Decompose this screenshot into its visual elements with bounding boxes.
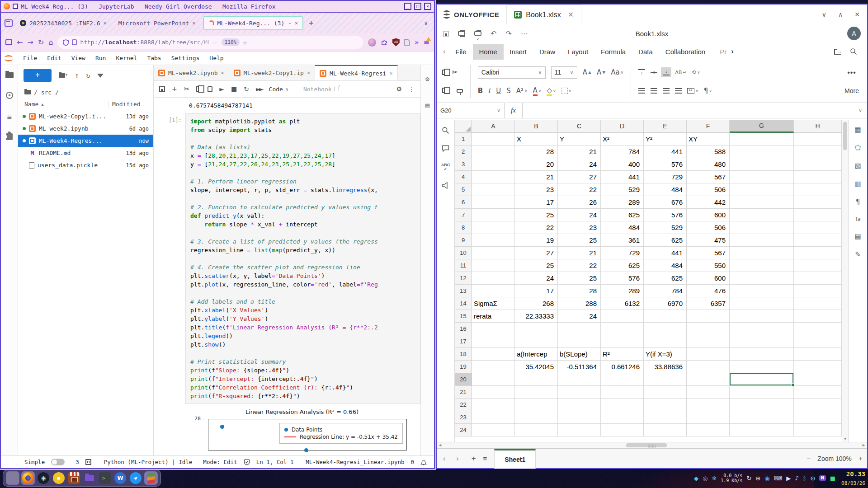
cell-H21[interactable] — [794, 386, 842, 399]
cell-D22[interactable] — [601, 399, 644, 411]
cell-H11[interactable] — [794, 259, 842, 272]
list-all-tabs-icon[interactable]: ∨ — [424, 20, 430, 27]
tray-circle-indicator[interactable]: ◎ — [703, 475, 708, 481]
cell-E18[interactable]: Y(if X=3) — [644, 348, 687, 361]
cell-C12[interactable]: 25 — [558, 272, 601, 285]
tab-close-icon[interactable]: ✕ — [192, 20, 195, 26]
increase-font-icon[interactable]: A▲ — [583, 68, 591, 76]
column-modified[interactable]: Modified — [108, 101, 147, 108]
align-bottom-icon[interactable] — [663, 69, 670, 75]
cut-icon[interactable]: ✂ — [452, 68, 458, 76]
upload-icon[interactable]: ↑ — [75, 71, 79, 80]
dock-files[interactable] — [83, 471, 96, 485]
prev-sheet-icon[interactable]: ‹ — [441, 455, 447, 463]
cell-C9[interactable]: 25 — [558, 234, 601, 247]
dock-terminal[interactable] — [98, 471, 112, 485]
cell-F9[interactable]: 475 — [687, 234, 730, 247]
cell-name-box[interactable]: G20 ∨ — [437, 103, 505, 118]
cell-H15[interactable] — [794, 310, 842, 323]
column-header-B[interactable]: B — [515, 120, 558, 133]
running-kernels-icon[interactable] — [6, 92, 13, 101]
paste-icon[interactable]: ∨ — [442, 87, 451, 95]
row-header-20[interactable]: 20 — [455, 373, 472, 386]
cell-F19[interactable] — [687, 361, 730, 373]
external-link-icon[interactable] — [335, 87, 339, 91]
zoom-out-icon[interactable]: − — [807, 455, 810, 462]
row-header-5[interactable]: 5 — [455, 183, 472, 196]
cut-cell-icon[interactable]: ✂ — [184, 85, 190, 93]
hscroll-thumb[interactable] — [626, 443, 667, 447]
page-info-icon[interactable] — [72, 39, 77, 45]
cell-G12[interactable] — [730, 272, 794, 285]
cell-G18[interactable] — [730, 348, 794, 361]
tray-keyboard[interactable]: ⌨ — [774, 475, 783, 481]
fill-color-icon[interactable]: ◇∨ — [547, 86, 556, 95]
cell-B12[interactable]: 24 — [515, 272, 558, 285]
cell-G20[interactable] — [730, 373, 794, 386]
new-folder-icon[interactable]: + — [59, 71, 67, 80]
table-settings-icon[interactable]: ▤ — [854, 232, 861, 240]
cell-B16[interactable] — [515, 323, 558, 335]
cell-F21[interactable] — [687, 386, 730, 399]
file-row-ml-week4-regres-[interactable]: ML-Week4-Regres...now — [18, 135, 153, 147]
cell-H1[interactable] — [794, 133, 842, 145]
cell-E10[interactable]: 441 — [644, 247, 687, 259]
tab-close-icon[interactable]: ✕ — [221, 70, 224, 76]
wrap-text-icon[interactable]: AB↩ — [675, 70, 686, 75]
breadcrumb[interactable]: / src / — [18, 86, 153, 99]
vscroll-thumb[interactable] — [843, 122, 847, 150]
ribbon-tab-layout[interactable]: Layout — [561, 44, 594, 60]
cell-E2[interactable]: 441 — [644, 145, 687, 158]
ribbon-tab-file[interactable]: File — [449, 44, 472, 60]
bold-icon[interactable]: B — [478, 87, 483, 95]
cell-A9[interactable] — [472, 234, 515, 247]
vertical-tabs-icon[interactable] — [5, 19, 13, 27]
align-top-icon[interactable] — [638, 69, 645, 75]
row-header-19[interactable]: 19 — [455, 361, 472, 373]
doc-close-icon[interactable]: ✕ — [568, 10, 574, 19]
formula-bar-expand-icon[interactable]: ∨ — [854, 103, 867, 118]
cell-A3[interactable] — [472, 158, 515, 171]
property-inspector-icon[interactable]: ⚙ — [425, 75, 429, 83]
add-cell-icon[interactable]: + — [172, 85, 177, 93]
spellcheck-icon[interactable]: ABC✓ — [441, 163, 450, 171]
next-sheet-icon[interactable]: › — [454, 455, 460, 463]
cell-E17[interactable] — [644, 335, 687, 348]
tray-globe[interactable]: ⊕ — [755, 475, 760, 481]
undo-icon[interactable]: ↶ — [491, 29, 496, 38]
cell-D18[interactable]: R² — [601, 348, 644, 361]
cell-B23[interactable] — [515, 411, 558, 424]
cell-G5[interactable] — [730, 183, 794, 196]
cell-H3[interactable] — [794, 158, 842, 171]
cell-C18[interactable]: b(SLope) — [558, 348, 601, 361]
cell-C13[interactable]: 28 — [558, 285, 601, 297]
cell-D20[interactable] — [601, 373, 644, 386]
cell-E24[interactable] — [644, 424, 687, 436]
shape-settings-icon[interactable]: ⬠ — [855, 144, 861, 152]
cell-F2[interactable]: 588 — [687, 145, 730, 158]
cell-E14[interactable]: 6970 — [644, 297, 687, 310]
insert-function-icon[interactable]: fx — [505, 103, 523, 118]
cell-C23[interactable] — [558, 411, 601, 424]
superscript-icon[interactable]: A²∨ — [516, 87, 528, 95]
cell-H24[interactable] — [794, 424, 842, 436]
cell-B19[interactable]: 35.42045 — [515, 361, 558, 373]
cell-F6[interactable]: 442 — [687, 196, 730, 209]
cell-G8[interactable] — [730, 221, 794, 234]
ribbon-overflow-icon[interactable]: ••• — [847, 69, 856, 77]
run-cell-icon[interactable]: ► — [219, 85, 224, 93]
row-header-9[interactable]: 9 — [455, 234, 472, 247]
url-bar[interactable]: http://localhost:8888/lab/tree/src/ML-W … — [57, 36, 363, 49]
simple-mode-toggle[interactable] — [51, 459, 65, 465]
filter-icon[interactable] — [97, 72, 104, 79]
oo-minimize-button[interactable]: ∨ — [822, 11, 826, 18]
back-icon[interactable]: ← — [17, 38, 23, 47]
namebox-chevron-icon[interactable]: ∨ — [497, 108, 500, 113]
file-row-users-data-pickle[interactable]: users_data.pickle15d ago — [18, 159, 153, 171]
oo-close-button[interactable]: ✕ — [854, 11, 860, 18]
cell-D12[interactable]: 576 — [601, 272, 644, 285]
cell-E22[interactable] — [644, 399, 687, 411]
tray-water-drop[interactable]: ◆ — [694, 475, 698, 481]
cell-G9[interactable] — [730, 234, 794, 247]
menu-run[interactable]: Run — [90, 55, 111, 61]
